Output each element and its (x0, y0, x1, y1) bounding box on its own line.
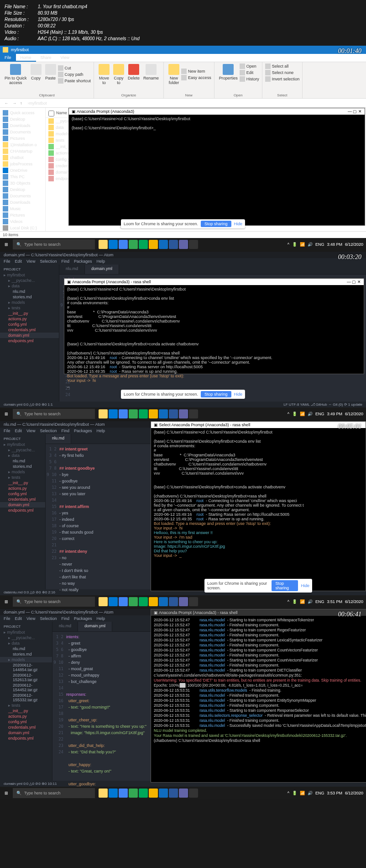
menu-item[interactable]: Find (61, 259, 69, 264)
tree-node[interactable]: nlu.md (0, 458, 45, 464)
atom-menu[interactable]: FileEditViewSelectionFindPackagesHelp (0, 615, 151, 622)
tree-node[interactable]: __init__.py (0, 708, 52, 714)
selectnone-button[interactable]: Select none (265, 69, 300, 76)
terminal-window[interactable]: ▣ Anaconda Prompt (Anaconda3) - rasa she… (64, 278, 364, 374)
project-tree[interactable]: Project ▸ myfirstbot▸ __pycache...▸ data… (0, 622, 52, 781)
history-button[interactable]: History (240, 76, 259, 82)
menu-item[interactable]: View (26, 259, 35, 264)
tree-node[interactable]: config.yml (0, 719, 52, 725)
terminal-output[interactable]: (base) C:\Users\Yassine>cd C:\Users\Yass… (64, 285, 364, 389)
edit-button[interactable]: Edit (240, 69, 259, 76)
terminal-output[interactable]: 2020-06-12 15:52:47 rasa.nlu.model - Sta… (151, 616, 366, 745)
editor-tab[interactable]: nlu.md (59, 265, 85, 274)
start-button[interactable]: ⊞ (0, 791, 13, 795)
tree-node[interactable]: credentials.yml (0, 327, 59, 333)
menu-item[interactable]: View (26, 429, 35, 433)
taskbar-app[interactable] (99, 789, 108, 798)
taskbar-app[interactable] (129, 409, 138, 418)
stop-sharing-button[interactable]: Stop sharing (272, 580, 298, 591)
nav-item[interactable]: Downloads (0, 122, 45, 129)
atom-editor[interactable]: nlu.mddomain.yml 1 2 3 4 5 6 7 8 9 10 11… (52, 622, 151, 781)
taskbar-app[interactable] (129, 789, 138, 798)
menu-item[interactable]: Selection (40, 259, 57, 264)
taskbar[interactable]: ⊞ 🔍 Type here to search ^🔋📶🔊ENG3:49 PM6/… (0, 408, 366, 420)
hide-button[interactable]: Hide (234, 222, 243, 226)
taskbar-app[interactable] (99, 597, 108, 606)
terminal-titlebar[interactable]: ▣ Anaconda Prompt (Anaconda3) - rasa she… (64, 279, 364, 285)
tree-node[interactable]: 20200612-152613.tar.gz (0, 672, 52, 683)
start-button[interactable]: ⊞ (0, 412, 13, 416)
taskbar-app[interactable] (109, 409, 118, 418)
taskbar-app[interactable] (139, 789, 148, 798)
project-tree[interactable]: Project ▸ myfirstbot▸ __pycache...▸ data… (0, 434, 46, 589)
menu-item[interactable]: Help (96, 259, 105, 264)
taskbar-app[interactable] (109, 789, 118, 798)
tree-node[interactable]: ▸ myfirstbot (0, 442, 45, 447)
tree-node[interactable]: actions.py (0, 316, 59, 322)
taskbar-app[interactable] (119, 597, 128, 606)
tree-node[interactable]: domain.yml (0, 333, 59, 338)
breadcrumb[interactable]: myfirstbot (29, 101, 47, 106)
tree-node[interactable]: ▸ tests (0, 703, 52, 708)
taskbar-app[interactable] (169, 789, 178, 798)
tree-node[interactable]: ▸ models (0, 469, 45, 475)
tree-node[interactable]: config.yml (0, 491, 45, 497)
tree-node[interactable]: ▸ models (0, 300, 59, 305)
tree-node[interactable]: domain.yml (0, 730, 52, 736)
terminal-titlebar[interactable]: ▣ Anaconda Prompt (Anaconda3) - rasa she… (151, 609, 366, 616)
window-controls[interactable]: — ▢ ✕ (348, 109, 362, 114)
tree-node[interactable]: endpoints.yml (0, 736, 52, 741)
menu-item[interactable]: Edit (15, 259, 22, 264)
nav-item[interactable]: Desktop (0, 186, 45, 193)
tab-file[interactable]: File (0, 54, 16, 62)
project-tree[interactable]: Project ▸ myfirstbot▸ __pycache...▸ data… (0, 265, 59, 402)
tree-node[interactable]: ▸ __pycache... (0, 635, 52, 640)
menu-item[interactable]: File (4, 259, 10, 264)
selectall-button[interactable]: Select all (265, 63, 300, 69)
moveto-button[interactable]: Move to (97, 63, 111, 86)
terminal-titlebar[interactable]: ▣ Anaconda Prompt (Anaconda3) — ▢ ✕ (69, 108, 365, 115)
taskbar-app[interactable] (149, 789, 158, 798)
tree-node[interactable]: ▸ tests (0, 475, 45, 480)
tree-node[interactable]: actions.py (0, 714, 52, 719)
taskbar-app[interactable] (149, 597, 158, 606)
nav-item[interactable]: 1)Installation o (0, 142, 45, 148)
tree-node[interactable]: stories.md (0, 294, 59, 300)
nav-item[interactable]: Quick access (0, 110, 45, 116)
tree-node[interactable]: endpoints.yml (0, 508, 45, 513)
hide-button[interactable]: Hide (234, 392, 243, 397)
taskbar-app[interactable] (189, 409, 198, 418)
pin-button[interactable]: Pin to Quick access (3, 63, 29, 86)
taskbar-app[interactable] (109, 597, 118, 606)
properties-button[interactable]: Properties (217, 63, 240, 82)
code-area[interactable]: ## intent:greet - #y first hello ## inte… (59, 444, 151, 589)
easyaccess-button[interactable]: Easy access (181, 74, 211, 81)
tree-node[interactable]: 20200612-154452.tar.gz (0, 683, 52, 693)
taskbar-search[interactable]: 🔍 Type here to search (13, 409, 95, 419)
menu-item[interactable]: Help (96, 429, 105, 433)
start-button[interactable]: ⊞ (0, 599, 13, 604)
taskbar-app[interactable] (159, 789, 168, 798)
tab-home[interactable]: Home (16, 54, 36, 62)
window-controls[interactable]: — ▢ ✕ (347, 280, 361, 284)
taskbar-app[interactable] (179, 240, 188, 249)
taskbar-app[interactable] (119, 240, 128, 249)
terminal-output[interactable]: (base) C:\Users\Yassine>cd C:\Users\Yass… (151, 428, 366, 560)
taskbar-app[interactable] (159, 409, 168, 418)
taskbar-app[interactable] (189, 240, 198, 249)
tree-node[interactable]: ▸ myfirstbot (0, 630, 52, 635)
nav-pane[interactable]: Quick accessDesktopDownloadsDocumentsPic… (0, 108, 46, 231)
nav-item[interactable]: Music (0, 206, 45, 212)
nav-item[interactable]: This PC (0, 174, 45, 180)
taskbar-app[interactable] (99, 240, 108, 249)
taskbar-app[interactable] (179, 789, 188, 798)
nav-item[interactable]: chatbot (0, 154, 45, 161)
atom-editor[interactable]: nlu.mddomain.yml 1 2 3 4 5 6 7 8 9 10 11… (59, 265, 366, 402)
nav-item[interactable]: Documents (0, 193, 45, 199)
tree-node[interactable]: ▸ tests (0, 305, 59, 311)
code-area[interactable]: intents: - greet - goodbye - affirm - de… (66, 632, 151, 781)
copypath-button[interactable]: Copy path (58, 71, 91, 78)
tree-node[interactable]: ▸ myfirstbot (0, 272, 59, 278)
tree-node[interactable]: credentials.yml (0, 725, 52, 730)
tree-node[interactable]: stories.md (0, 464, 45, 469)
